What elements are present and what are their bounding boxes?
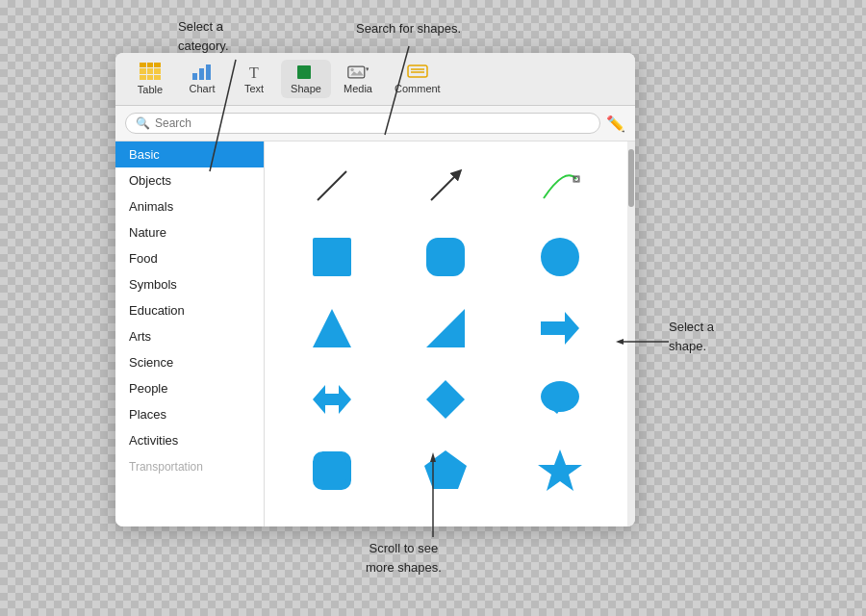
sidebar-item-food[interactable]: Food	[115, 245, 264, 271]
toolbar-table[interactable]: Table	[125, 59, 175, 99]
sidebar-item-transportation[interactable]: Transportation	[115, 453, 264, 479]
shape-rounded-rect[interactable]	[417, 228, 474, 286]
sidebar-item-arts[interactable]: Arts	[115, 323, 264, 349]
table-icon	[140, 63, 161, 80]
search-input[interactable]	[155, 116, 590, 130]
svg-point-23	[541, 381, 579, 412]
sidebar-item-education[interactable]: Education	[115, 297, 264, 323]
shape-icon	[295, 64, 317, 81]
toolbar-comment[interactable]: Comment	[385, 60, 450, 98]
svg-rect-8	[408, 65, 427, 77]
toolbar-text-label: Text	[244, 83, 264, 94]
svg-marker-19	[426, 309, 465, 347]
toolbar-table-label: Table	[138, 84, 163, 95]
sidebar-item-activities[interactable]: Activities	[115, 427, 264, 453]
shape-arrow-right[interactable]	[531, 299, 589, 357]
shape-right-triangle[interactable]	[417, 299, 474, 357]
toolbar-comment-label: Comment	[395, 83, 441, 94]
shapes-grid	[265, 141, 627, 526]
pen-icon[interactable]: ✏️	[606, 115, 625, 133]
toolbar-media[interactable]: ▾ Media	[333, 60, 383, 98]
shape-triangle[interactable]	[303, 299, 361, 357]
svg-rect-1	[199, 68, 204, 80]
svg-marker-22	[426, 380, 465, 419]
toolbar-chart[interactable]: Chart	[177, 60, 227, 98]
sidebar-item-animals[interactable]: Animals	[115, 193, 264, 219]
svg-rect-4	[297, 65, 311, 79]
svg-rect-26	[318, 456, 346, 485]
svg-rect-5	[348, 66, 365, 78]
annotation-search-shapes: Search for shapes.	[356, 19, 461, 38]
svg-rect-15	[313, 238, 351, 276]
svg-text:▾: ▾	[366, 65, 369, 72]
svg-line-12	[431, 173, 458, 200]
shape-circle[interactable]	[531, 228, 589, 286]
search-icon: 🔍	[136, 116, 150, 130]
svg-text:T: T	[249, 64, 259, 81]
svg-line-11	[318, 171, 346, 200]
text-icon: T	[243, 64, 265, 81]
annotation-select-category: Select a category.	[178, 17, 229, 55]
shape-arrow-line[interactable]	[417, 157, 474, 215]
annotation-select-shape: Select a shape.	[669, 318, 714, 355]
svg-marker-28	[538, 449, 582, 491]
shape-star[interactable]	[531, 442, 589, 500]
annotation-scroll-shapes: Scroll to see more shapes.	[366, 539, 442, 577]
svg-rect-2	[206, 64, 211, 80]
sidebar-item-symbols[interactable]: Symbols	[115, 271, 264, 297]
shapes-panel: Table Chart T Text	[115, 53, 635, 526]
svg-marker-21	[313, 385, 351, 414]
chart-icon	[191, 64, 213, 81]
search-bar: 🔍 ✏️	[115, 106, 635, 141]
scroll-bar[interactable]	[627, 141, 635, 526]
toolbar-media-label: Media	[344, 83, 372, 94]
toolbar-chart-label: Chart	[190, 83, 216, 94]
shape-rounded-square-push[interactable]	[303, 442, 361, 500]
svg-marker-27	[424, 450, 467, 489]
sidebar-item-nature[interactable]: Nature	[115, 219, 264, 245]
sidebar-item-places[interactable]: Places	[115, 401, 264, 427]
shape-diagonal-line[interactable]	[303, 157, 361, 215]
svg-rect-16	[426, 238, 465, 276]
sidebar-item-people[interactable]: People	[115, 375, 264, 401]
media-icon: ▾	[347, 64, 369, 81]
svg-rect-0	[192, 73, 197, 80]
shape-pentagon[interactable]	[417, 442, 474, 500]
toolbar-shape[interactable]: Shape	[281, 60, 331, 98]
category-sidebar: Basic Objects Animals Nature Food Symbol…	[115, 141, 265, 526]
shape-diamond[interactable]	[417, 371, 474, 428]
sidebar-item-objects[interactable]: Objects	[115, 167, 264, 193]
panel-body: Basic Objects Animals Nature Food Symbol…	[115, 141, 635, 526]
comment-icon	[407, 64, 428, 81]
scroll-thumb[interactable]	[628, 149, 634, 207]
svg-marker-20	[541, 312, 579, 345]
toolbar-shape-label: Shape	[291, 83, 321, 94]
shape-double-arrow[interactable]	[303, 371, 361, 428]
sidebar-item-basic[interactable]: Basic	[115, 141, 264, 167]
sidebar-item-science[interactable]: Science	[115, 349, 264, 375]
toolbar-text[interactable]: T Text	[229, 60, 279, 98]
search-input-wrapper[interactable]: 🔍	[125, 113, 600, 134]
shape-curve[interactable]	[531, 157, 589, 215]
svg-point-17	[541, 238, 579, 276]
svg-marker-18	[313, 309, 351, 347]
svg-point-6	[350, 68, 353, 71]
shape-square[interactable]	[303, 228, 361, 286]
toolbar: Table Chart T Text	[115, 53, 635, 106]
shape-speech-bubble[interactable]	[531, 371, 589, 428]
